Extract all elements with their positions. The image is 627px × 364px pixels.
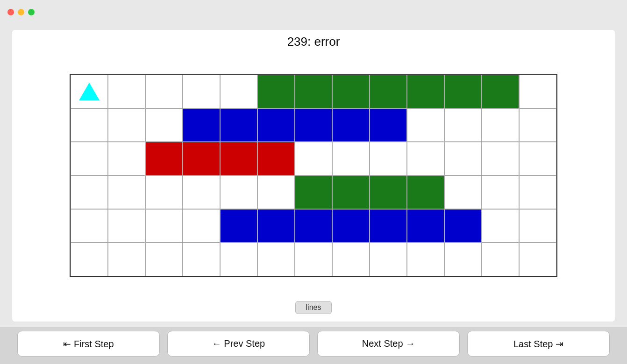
cell-0-9 <box>407 75 444 108</box>
cell-0-1 <box>108 75 145 108</box>
cell-2-2 <box>145 142 183 175</box>
minimize-button[interactable] <box>18 9 24 15</box>
titlebar <box>0 0 627 24</box>
cell-1-0 <box>71 108 108 142</box>
cell-4-4 <box>220 209 257 243</box>
cell-1-12 <box>519 108 556 142</box>
cell-3-8 <box>370 175 407 209</box>
cell-2-10 <box>444 142 482 175</box>
cell-1-11 <box>482 108 519 142</box>
cell-5-10 <box>444 243 482 276</box>
cell-0-4 <box>220 75 257 108</box>
cell-4-9 <box>407 209 444 243</box>
cell-4-2 <box>145 209 183 243</box>
cell-5-1 <box>108 243 145 276</box>
cell-3-10 <box>444 175 482 209</box>
cell-5-7 <box>332 243 370 276</box>
prev-step-button[interactable]: ← Prev Step <box>167 331 310 357</box>
cell-3-11 <box>482 175 519 209</box>
cell-1-8 <box>370 108 407 142</box>
next-step-button[interactable]: Next Step → <box>317 331 460 357</box>
cell-2-5 <box>257 142 295 175</box>
cell-0-5 <box>257 75 295 108</box>
cell-2-3 <box>183 142 220 175</box>
cell-4-1 <box>108 209 145 243</box>
cell-3-4 <box>220 175 257 209</box>
cell-4-11 <box>482 209 519 243</box>
cell-4-3 <box>183 209 220 243</box>
card: 239: error lines <box>12 30 615 322</box>
triangle-icon <box>79 83 100 100</box>
first-step-button[interactable]: ⇤ First Step <box>17 331 160 357</box>
grid <box>70 74 557 277</box>
maximize-button[interactable] <box>28 9 35 15</box>
bottom-label-area: lines <box>17 297 610 317</box>
button-bar: ⇤ First Step ← Prev Step Next Step → Las… <box>10 327 617 364</box>
cell-5-2 <box>145 243 183 276</box>
close-button[interactable] <box>7 9 14 15</box>
cell-4-12 <box>519 209 556 243</box>
cell-1-10 <box>444 108 482 142</box>
cell-5-0 <box>71 243 108 276</box>
cell-3-9 <box>407 175 444 209</box>
cell-5-5 <box>257 243 295 276</box>
cell-2-6 <box>295 142 332 175</box>
cell-4-0 <box>71 209 108 243</box>
cell-3-12 <box>519 175 556 209</box>
cell-5-6 <box>295 243 332 276</box>
cell-3-5 <box>257 175 295 209</box>
cell-5-12 <box>519 243 556 276</box>
cell-5-11 <box>482 243 519 276</box>
cell-5-8 <box>370 243 407 276</box>
cell-4-5 <box>257 209 295 243</box>
cell-4-6 <box>295 209 332 243</box>
cell-1-5 <box>257 108 295 142</box>
cell-5-3 <box>183 243 220 276</box>
cell-3-6 <box>295 175 332 209</box>
card-title: 239: error <box>17 35 610 49</box>
cell-2-7 <box>332 142 370 175</box>
cell-2-8 <box>370 142 407 175</box>
main-area: 239: error lines <box>0 24 627 327</box>
cell-0-10 <box>444 75 482 108</box>
cell-3-3 <box>183 175 220 209</box>
cell-3-7 <box>332 175 370 209</box>
cell-2-4 <box>220 142 257 175</box>
cell-3-0 <box>71 175 108 209</box>
cell-1-3 <box>183 108 220 142</box>
cell-4-10 <box>444 209 482 243</box>
cell-0-0 <box>71 75 108 108</box>
cell-0-11 <box>482 75 519 108</box>
cell-1-2 <box>145 108 183 142</box>
cell-0-2 <box>145 75 183 108</box>
cell-1-4 <box>220 108 257 142</box>
cell-0-12 <box>519 75 556 108</box>
grid-wrapper <box>17 54 610 297</box>
cell-1-9 <box>407 108 444 142</box>
cell-2-11 <box>482 142 519 175</box>
cell-2-12 <box>519 142 556 175</box>
cell-5-9 <box>407 243 444 276</box>
last-step-button[interactable]: Last Step ⇥ <box>467 331 610 357</box>
cell-2-9 <box>407 142 444 175</box>
cell-0-3 <box>183 75 220 108</box>
cell-2-1 <box>108 142 145 175</box>
cell-3-1 <box>108 175 145 209</box>
cell-1-6 <box>295 108 332 142</box>
cell-0-7 <box>332 75 370 108</box>
cell-3-2 <box>145 175 183 209</box>
cell-4-7 <box>332 209 370 243</box>
lines-badge: lines <box>295 301 332 314</box>
cell-5-4 <box>220 243 257 276</box>
cell-0-8 <box>370 75 407 108</box>
cell-0-6 <box>295 75 332 108</box>
cell-1-1 <box>108 108 145 142</box>
cell-2-0 <box>71 142 108 175</box>
cell-4-8 <box>370 209 407 243</box>
cell-1-7 <box>332 108 370 142</box>
